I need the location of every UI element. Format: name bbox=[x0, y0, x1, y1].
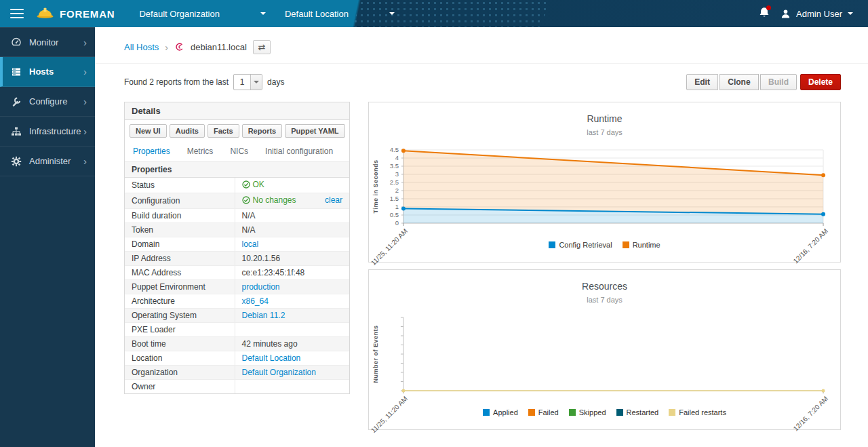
table-row: MAC Addressce:e1:23:45:1f:48 bbox=[125, 266, 349, 280]
notifications-button[interactable] bbox=[759, 7, 770, 21]
property-label: Boot time bbox=[125, 337, 235, 351]
organization-dropdown[interactable]: Default Organization bbox=[130, 0, 275, 27]
svg-text:1: 1 bbox=[395, 203, 399, 210]
sidebar-nav: Monitor › Hosts › Configure › Infrastruc… bbox=[0, 27, 95, 447]
chevron-right-icon: › bbox=[83, 37, 87, 47]
details-buttons: New UI Audits Facts Reports Puppet YAML bbox=[125, 120, 349, 142]
legend-item[interactable]: Config Retrieval bbox=[549, 241, 612, 249]
chart-title: Resources bbox=[369, 281, 840, 292]
status-ok-value: OK bbox=[242, 180, 264, 189]
user-menu-label: Admin User bbox=[796, 9, 842, 19]
puppet-yaml-button[interactable]: Puppet YAML bbox=[285, 124, 344, 138]
property-value-link[interactable]: Default Organization bbox=[242, 368, 316, 377]
svg-text:1.5: 1.5 bbox=[390, 195, 399, 202]
clone-button[interactable]: Clone bbox=[719, 74, 758, 90]
property-label: Organization bbox=[125, 366, 235, 380]
table-row: Owner bbox=[125, 380, 349, 394]
location-dropdown[interactable]: Default Location bbox=[275, 0, 404, 27]
runtime-chart-plot: 00.511.522.533.544.5Time in Seconds bbox=[369, 142, 840, 231]
chart-legend: Config RetrievalRuntime bbox=[369, 241, 840, 249]
legend-item[interactable]: Failed restarts bbox=[669, 408, 726, 416]
user-icon bbox=[781, 9, 791, 19]
property-label: Configuration bbox=[125, 193, 235, 209]
build-button: Build bbox=[760, 74, 797, 90]
property-label: MAC Address bbox=[125, 266, 235, 280]
property-label: Status bbox=[125, 178, 235, 193]
legend-label: Failed bbox=[538, 408, 559, 416]
legend-item[interactable]: Failed bbox=[528, 408, 559, 416]
notification-badge bbox=[766, 5, 771, 10]
tab-initial-configuration[interactable]: Initial configuration bbox=[265, 142, 333, 161]
svg-text:Time in Seconds: Time in Seconds bbox=[372, 160, 379, 214]
sidebar-item-administer[interactable]: Administer › bbox=[0, 147, 95, 176]
host-actions: Edit Clone Build Delete bbox=[686, 74, 841, 90]
clear-link[interactable]: clear bbox=[325, 195, 342, 205]
chart-subtitle: last 7 days bbox=[369, 128, 840, 136]
breadcrumb-all-hosts-link[interactable]: All Hosts bbox=[124, 42, 159, 52]
reports-button[interactable]: Reports bbox=[242, 124, 283, 138]
table-row: StatusOK bbox=[125, 178, 349, 193]
user-menu[interactable]: Admin User bbox=[781, 9, 853, 19]
table-row: TokenN/A bbox=[125, 223, 349, 237]
tab-metrics[interactable]: Metrics bbox=[187, 142, 214, 161]
table-row: PXE Loader bbox=[125, 323, 349, 337]
host-switcher-button[interactable]: ⇄ bbox=[253, 40, 271, 54]
property-value[interactable]: Default Organization bbox=[235, 366, 349, 380]
chevron-right-icon: › bbox=[83, 156, 87, 166]
legend-item[interactable]: Applied bbox=[483, 408, 518, 416]
breadcrumb: All Hosts › debian11.local ⇄ bbox=[95, 27, 868, 64]
svg-text:4: 4 bbox=[395, 154, 399, 161]
details-tabs: Properties Metrics NICs Initial configur… bbox=[125, 142, 349, 162]
property-label: Domain bbox=[125, 237, 235, 252]
hamburger-icon[interactable] bbox=[10, 9, 24, 18]
property-value[interactable]: Debian 11.2 bbox=[235, 309, 349, 323]
tab-properties[interactable]: Properties bbox=[133, 142, 170, 161]
property-label: Puppet Environment bbox=[125, 280, 235, 294]
check-circle-icon bbox=[242, 196, 250, 204]
chart-legend: AppliedFailedSkippedRestartedFailed rest… bbox=[369, 408, 840, 416]
status-ok-value: No changes bbox=[242, 195, 296, 205]
sidebar-item-label: Hosts bbox=[29, 66, 83, 77]
property-value: N/A bbox=[235, 223, 349, 237]
tab-nics[interactable]: NICs bbox=[230, 142, 248, 161]
delete-button[interactable]: Delete bbox=[800, 74, 841, 90]
edit-button[interactable]: Edit bbox=[686, 74, 718, 90]
legend-swatch-icon bbox=[616, 409, 623, 416]
property-label: Location bbox=[125, 351, 235, 366]
property-value[interactable]: production bbox=[235, 280, 349, 294]
property-value-link[interactable]: Debian 11.2 bbox=[242, 311, 285, 320]
breadcrumb-separator: › bbox=[165, 42, 168, 53]
property-label: PXE Loader bbox=[125, 323, 235, 337]
legend-label: Runtime bbox=[633, 241, 660, 249]
property-value[interactable]: x86_64 bbox=[235, 294, 349, 309]
days-select[interactable]: 1 bbox=[233, 74, 262, 90]
property-value[interactable]: Default Location bbox=[235, 351, 349, 366]
legend-item[interactable]: Skipped bbox=[569, 408, 606, 416]
breadcrumb-current-host: debian11.local bbox=[191, 42, 247, 52]
sidebar-item-configure[interactable]: Configure › bbox=[0, 87, 95, 117]
legend-item[interactable]: Runtime bbox=[623, 241, 660, 249]
svg-text:4.5: 4.5 bbox=[390, 146, 399, 153]
new-ui-button[interactable]: New UI bbox=[130, 124, 167, 138]
legend-swatch-icon bbox=[549, 241, 555, 248]
server-icon bbox=[11, 66, 22, 77]
facts-button[interactable]: Facts bbox=[208, 124, 239, 138]
chevron-right-icon: › bbox=[83, 66, 87, 77]
sidebar-item-infrastructure[interactable]: Infrastructure › bbox=[0, 117, 95, 147]
property-value-link[interactable]: local bbox=[242, 239, 259, 249]
sidebar-item-monitor[interactable]: Monitor › bbox=[0, 27, 95, 57]
wrench-icon bbox=[11, 96, 22, 107]
audits-button[interactable]: Audits bbox=[170, 124, 205, 138]
property-label: IP Address bbox=[125, 252, 235, 266]
foreman-brand[interactable]: FOREMAN bbox=[36, 5, 115, 22]
brand-name: FOREMAN bbox=[60, 8, 115, 20]
property-value-link[interactable]: Default Location bbox=[242, 353, 301, 363]
property-label: Build duration bbox=[125, 209, 235, 223]
legend-label: Restarted bbox=[627, 408, 659, 416]
property-value-link[interactable]: production bbox=[242, 282, 280, 292]
table-row: LocationDefault Location bbox=[125, 351, 349, 366]
sidebar-item-hosts[interactable]: Hosts › bbox=[0, 57, 95, 87]
legend-item[interactable]: Restarted bbox=[616, 408, 659, 416]
property-value[interactable]: local bbox=[235, 237, 349, 252]
property-value-link[interactable]: x86_64 bbox=[242, 296, 269, 306]
